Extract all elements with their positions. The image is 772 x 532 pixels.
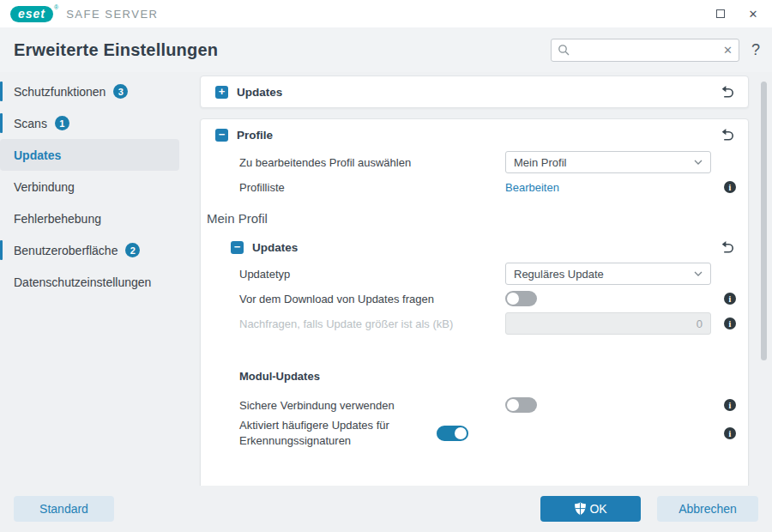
row-label: Updatetyp [239,268,505,281]
section-title: Updates [252,241,298,254]
updates-section-header[interactable]: + Updates [201,76,748,107]
profile-list-row: Profilliste Bearbeiten i [201,175,748,199]
profile-name-heading: Mein Profil [201,200,748,233]
sidebar-item-benutzeroberflaeche[interactable]: Benutzeroberfläche 2 [0,234,179,266]
revert-icon [721,240,735,255]
header: Erweiterte Einstellungen ✕ ? [0,27,772,72]
update-type-row: Updatetyp Reguläres Update [201,262,748,286]
sidebar-item-label: Datenschutzeinstellungen [14,275,151,289]
revert-to-default-button[interactable] [721,85,735,100]
edit-link[interactable]: Bearbeiten [505,181,559,194]
sidebar-item-datenschutzeinstellungen[interactable]: Datenschutzeinstellungen [0,266,179,298]
info-icon[interactable]: i [724,317,736,329]
sidebar-item-verbindung[interactable]: Verbindung [0,171,179,203]
toggle-knob [455,427,467,439]
settings-panel: + Updates − Profile [193,72,772,486]
search-icon [558,44,570,56]
maximize-icon [716,9,725,18]
info-icon[interactable]: i [724,181,736,193]
sidebar-item-updates[interactable]: Updates [0,139,179,171]
admin-shield-icon [574,502,587,516]
sidebar-item-label: Fehlerbehebung [14,212,101,226]
profile-updates-subsection-header[interactable]: − Updates [201,233,748,262]
selected-value: Reguläres Update [514,268,604,281]
chevron-down-icon [694,271,703,276]
profile-select-row: Zu bearbeitendes Profil auswählen Mein P… [201,150,748,174]
revert-icon [721,128,735,142]
row-label: Zu bearbeitendes Profil auswählen [239,156,505,169]
row-label: Aktiviert häufigere Updates für Erkennun… [239,418,437,448]
section-title: Updates [237,86,282,99]
size-threshold-input[interactable] [505,312,711,335]
collapse-icon[interactable]: − [215,129,228,142]
chevron-down-icon [694,160,703,165]
toggle-knob [507,293,519,305]
info-icon[interactable]: i [724,293,736,305]
revert-to-default-button[interactable] [721,240,735,255]
search-input[interactable] [574,44,719,57]
ask-before-download-row: Vor dem Download von Updates fragen i [201,287,748,311]
secure-connection-row: Sichere Verbindung verwenden i [201,393,748,417]
scrollbar-track[interactable] [761,81,768,477]
product-name: SAFE SERVER [66,8,158,21]
frequent-updates-row: Aktiviert häufigere Updates für Erkennun… [201,418,748,449]
help-icon[interactable]: ? [751,41,760,59]
sidebar-item-label: Schutzfunktionen [14,85,106,99]
row-label: Vor dem Download von Updates fragen [239,293,505,305]
toggle-knob [507,399,519,411]
search-box[interactable]: ✕ [551,39,739,62]
page-title: Erweiterte Einstellungen [14,40,218,60]
secure-connection-toggle[interactable] [505,397,537,413]
module-updates-heading: Modul-Updates [201,370,748,383]
modified-accent-bar [0,113,3,133]
status-badge: 1 [55,116,69,130]
close-button[interactable]: ✕ [743,4,763,23]
modified-accent-bar [0,82,3,101]
registered-mark: ® [54,4,58,10]
footer: Standard OK Abbrechen [0,486,772,532]
sidebar-item-label: Scans [14,117,47,130]
selected-value: Mein Profil [514,156,566,169]
app-window: eset ® SAFE SERVER ✕ Erweiterte Einstell… [0,0,772,532]
row-label: Nachfragen, falls Update größer ist als … [239,317,505,330]
modified-accent-bar [0,240,3,260]
revert-to-default-button[interactable] [721,128,735,142]
update-type-dropdown[interactable]: Reguläres Update [505,263,711,285]
eset-logo-icon: eset [10,6,53,22]
sidebar-item-scans[interactable]: Scans 1 [0,107,179,139]
frequent-updates-toggle[interactable] [437,426,468,441]
ok-button[interactable]: OK [540,496,641,522]
expand-icon[interactable]: + [215,86,228,99]
sidebar-item-label: Updates [14,148,61,162]
sidebar-item-schutzfunktionen[interactable]: Schutzfunktionen 3 [0,76,179,107]
titlebar: eset ® SAFE SERVER ✕ [0,0,772,27]
row-label: Sichere Verbindung verwenden [239,399,505,412]
sidebar: Schutzfunktionen 3 Scans 1 Updates Verbi… [0,72,193,486]
ok-button-label: OK [589,502,606,516]
collapse-icon[interactable]: − [231,241,244,254]
row-label: Profilliste [239,181,505,194]
section-title: Profile [237,129,273,142]
content-area: Schutzfunktionen 3 Scans 1 Updates Verbi… [0,72,772,486]
profile-section-header[interactable]: − Profile [201,119,748,150]
sidebar-item-label: Benutzeroberfläche [14,244,118,257]
ask-before-download-toggle[interactable] [505,291,537,306]
eset-logo: eset ® SAFE SERVER [10,6,159,22]
window-controls: ✕ [710,4,763,23]
profile-section: − Profile Zu bearbeitendes Profil auswäh… [200,118,749,500]
info-icon[interactable]: i [724,427,736,439]
updates-section-collapsed: + Updates [200,76,749,108]
info-icon[interactable]: i [724,399,736,411]
clear-search-icon[interactable]: ✕ [723,44,733,57]
sidebar-item-fehlerbehebung[interactable]: Fehlerbehebung [0,203,179,234]
status-badge: 2 [125,243,140,257]
status-badge: 3 [113,84,128,99]
maximize-button[interactable] [710,4,731,23]
ask-if-larger-row: Nachfragen, falls Update größer ist als … [201,311,748,336]
standard-button[interactable]: Standard [14,496,114,522]
sidebar-item-label: Verbindung [14,180,75,194]
cancel-button[interactable]: Abbrechen [657,496,758,522]
scrollbar-thumb[interactable] [761,82,767,360]
revert-icon [721,85,735,100]
profile-select-dropdown[interactable]: Mein Profil [505,151,711,173]
